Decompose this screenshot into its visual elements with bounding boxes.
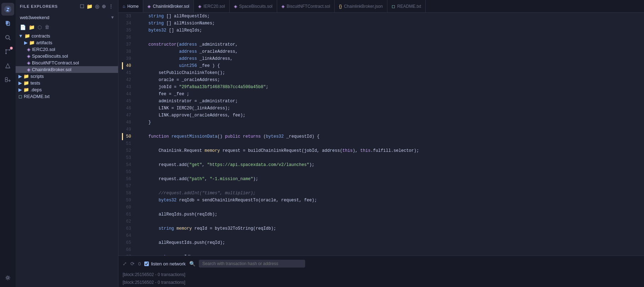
ln-60: 60 xyxy=(123,204,131,211)
tree-item-spacebiscuits[interactable]: ◈ SpaceBiscuits.sol xyxy=(16,53,118,59)
block-info-2: [block:25156502 - 0 transactions] xyxy=(118,279,644,287)
github-icon[interactable]: ◎ xyxy=(95,4,100,9)
ln-40: 40 xyxy=(123,62,131,69)
code-line-45: administrator = _administrator; xyxy=(138,98,641,105)
expand-icon[interactable]: ⤢ xyxy=(123,261,127,267)
bottom-toolbar: ⤢ ⟳ 0 listen on network 🔍 xyxy=(118,256,644,271)
search-icon[interactable] xyxy=(1,31,14,44)
ln-43: 43 xyxy=(123,84,131,91)
new-file-toolbar-icon[interactable]: 📄 xyxy=(20,24,26,30)
new-file-icon[interactable]: ☐ xyxy=(80,4,85,9)
ln-46: 46 xyxy=(123,105,131,112)
new-folder-toolbar-icon[interactable]: 📁 xyxy=(29,24,35,30)
code-line-53 xyxy=(138,154,641,161)
artifacts-folder-icon: 📁 xyxy=(29,40,35,45)
spacebiscuits-tab-icon: ◈ xyxy=(234,4,237,9)
tab-home[interactable]: ⌂ Home xyxy=(118,0,143,13)
tab-chainlinkbroker-sol[interactable]: ◈ ChainlinkBroker.sol xyxy=(143,0,194,13)
tree-item-biscuit[interactable]: ◈ BiscuitNFTContract.sol xyxy=(16,59,118,66)
sidebar: FILE EXPLORERS ☐ 📁 ◎ ⊕ ⋮ web3weekend ▼ 📄… xyxy=(16,0,118,287)
listen-checkbox-input[interactable] xyxy=(144,262,149,266)
sidebar-title: FILE EXPLORERS xyxy=(20,4,58,8)
code-line-37: constructor(address _administrator, xyxy=(138,41,641,48)
github-toolbar-icon[interactable]: ⬡ xyxy=(38,24,42,30)
chainlink-sol-tab-label: ChainlinkBroker.sol xyxy=(153,4,189,9)
ln-44: 44 xyxy=(123,91,131,98)
kebab-icon[interactable]: ⋮ xyxy=(108,4,114,9)
code-line-36 xyxy=(138,34,641,41)
code-line-34: string [] allMissionNames; xyxy=(138,20,641,27)
tree-item-readme[interactable]: ◻ README.txt xyxy=(16,93,118,100)
ln-58: 58 xyxy=(123,190,131,197)
listen-checkbox-label[interactable]: listen on network xyxy=(144,261,186,266)
ln-52: 52 xyxy=(123,147,131,154)
folder-arrow-icon: ▼ xyxy=(18,33,23,39)
workspace-selector[interactable]: web3weekend ▼ xyxy=(16,13,118,22)
code-line-48: } xyxy=(138,119,641,126)
ln-57: 57 xyxy=(123,183,131,190)
scripts-folder-icon: 📁 xyxy=(23,74,29,79)
add-connection-icon[interactable]: ⊕ xyxy=(102,4,106,9)
transaction-count: 0 xyxy=(138,261,141,266)
logo-icon[interactable] xyxy=(1,3,14,16)
ln-37: 37 xyxy=(123,41,131,48)
biscuit-label: BiscuitNFTContract.sol xyxy=(32,60,79,65)
tree-item-ierc20[interactable]: ◈ IERC20.sol xyxy=(16,46,118,53)
code-line-61: allReqIds.push(reqIdb); xyxy=(138,211,641,218)
home-tab-label: Home xyxy=(127,4,139,9)
workspace-name: web3weekend xyxy=(20,15,49,20)
code-line-56: request.add("path", "-1.mission_name"); xyxy=(138,176,641,183)
tree-item-contracts[interactable]: ▼ 📁 contracts xyxy=(16,33,118,39)
tree-item-tests[interactable]: ▶ 📁 tests xyxy=(16,80,118,86)
files-icon[interactable] xyxy=(1,17,14,30)
deploy-icon[interactable] xyxy=(1,59,14,72)
search-icon-btn[interactable]: 🔍 xyxy=(189,261,195,267)
deps-label: .deps xyxy=(30,87,42,92)
tab-readme[interactable]: ◻ README.txt xyxy=(387,0,426,13)
ln-45: 45 xyxy=(123,98,131,105)
code-line-65: allRequestIds.push(reqId); xyxy=(138,239,641,246)
settings-icon[interactable] xyxy=(1,271,14,284)
ln-59: 59 xyxy=(123,197,131,204)
tab-spacebiscuits[interactable]: ◈ SpaceBiscuits.sol xyxy=(230,0,277,13)
tab-chainlink-json[interactable]: {} ChainlinkBroker.json xyxy=(335,0,387,13)
code-line-63: string memory reqId = bytes32ToString(re… xyxy=(138,225,641,232)
ln-54: 54 xyxy=(123,161,131,168)
tree-item-deps[interactable]: ▶ 📁 .deps xyxy=(16,86,118,93)
svg-point-3 xyxy=(6,35,9,39)
svg-point-7 xyxy=(5,53,7,54)
plugin-icon[interactable] xyxy=(1,74,14,86)
clock-icon[interactable]: ⟳ xyxy=(130,261,135,267)
tree-item-artifacts[interactable]: ▶ 📁 artifacts xyxy=(16,39,118,46)
bottom-bar: ⤢ ⟳ 0 listen on network 🔍 [block:2515650… xyxy=(118,256,644,287)
deps-folder-icon: 📁 xyxy=(23,87,29,92)
tab-biscuitnft[interactable]: ◈ BiscuitNFTContract.sol xyxy=(277,0,335,13)
code-line-60 xyxy=(138,204,641,211)
git-icon[interactable]: 1 xyxy=(1,45,14,58)
code-line-57 xyxy=(138,183,641,190)
sidebar-header-icons: ☐ 📁 ◎ ⊕ ⋮ xyxy=(80,4,114,9)
tree-item-scripts[interactable]: ▶ 📁 scripts xyxy=(16,73,118,80)
biscutnft-tab-icon: ◈ xyxy=(281,4,285,9)
svg-rect-12 xyxy=(5,78,7,80)
delete-toolbar-icon[interactable]: 🗑 xyxy=(45,24,50,30)
svg-point-13 xyxy=(7,277,9,279)
code-line-49 xyxy=(138,126,641,133)
code-line-47: LINK.approve(_oracleAddress, fee); xyxy=(138,112,641,119)
new-folder-icon[interactable]: 📁 xyxy=(86,4,93,9)
ln-33: 33 xyxy=(123,13,131,20)
chainlink-sol-tab-icon: ◈ xyxy=(147,4,151,9)
code-editor[interactable]: 33 34 35 36 37 38 39 40 41 42 43 44 45 4… xyxy=(118,13,644,256)
chainlink-file-icon: ◈ xyxy=(27,67,30,72)
ln-56: 56 xyxy=(123,176,131,183)
ln-47: 47 xyxy=(123,112,131,119)
svg-rect-1 xyxy=(6,21,9,24)
ln-35: 35 xyxy=(123,27,131,34)
ierc20-label: IERC20.sol xyxy=(32,47,55,52)
ln-50: 50 xyxy=(123,133,131,140)
tab-ierc20[interactable]: ◈ IERC20.sol xyxy=(194,0,230,13)
tabs-bar: ⌂ Home ◈ ChainlinkBroker.sol ◈ IERC20.so… xyxy=(118,0,644,13)
code-line-51 xyxy=(138,140,641,147)
transaction-search-input[interactable] xyxy=(199,260,305,268)
tree-item-chainlink[interactable]: ◈ ChainlinkBroker.sol xyxy=(16,66,118,73)
